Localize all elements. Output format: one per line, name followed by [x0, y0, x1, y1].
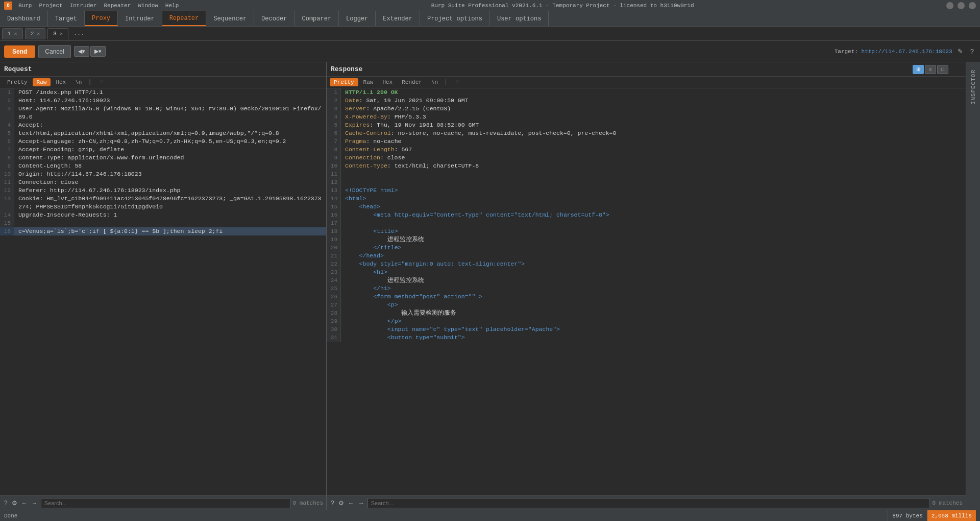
- menu-repeater[interactable]: Repeater: [104, 3, 131, 9]
- request-search-input[interactable]: [41, 498, 290, 508]
- line-content: <body style="margin:0 auto; text-align:c…: [341, 260, 966, 268]
- menu-help[interactable]: Help: [165, 3, 179, 9]
- nav-tab-target[interactable]: Target: [48, 11, 85, 26]
- line-number: 14: [327, 195, 341, 203]
- nav-tab-comparer[interactable]: Comparer: [295, 11, 339, 26]
- minimize-button[interactable]: [946, 2, 953, 9]
- help-button[interactable]: ?: [968, 46, 976, 56]
- subtab-1[interactable]: 1 ✕: [2, 28, 23, 39]
- menu-burp[interactable]: Burp: [18, 3, 32, 9]
- nav-tab-dashboard[interactable]: Dashboard: [0, 11, 48, 26]
- inspector-panel: INSPECTOR: [966, 62, 980, 510]
- line-number: 18: [327, 227, 341, 235]
- close-button[interactable]: [969, 2, 976, 9]
- request-fmt-pretty[interactable]: Pretty: [3, 78, 32, 86]
- line-number: 8: [0, 154, 14, 162]
- request-fmt-raw[interactable]: Raw: [33, 78, 51, 86]
- nav-back-button[interactable]: ◀▾: [74, 46, 89, 57]
- table-row: 12Referer: http://114.67.246.176:18023/i…: [0, 186, 326, 195]
- line-content: Referer: http://114.67.246.176:18023/ind…: [14, 186, 326, 195]
- response-fmt-render[interactable]: Render: [398, 78, 426, 86]
- nav-tab-proxy[interactable]: Proxy: [85, 11, 118, 26]
- line-content: <meta http-equiv="Content-Type" content=…: [341, 211, 966, 219]
- nav-tab-logger[interactable]: Logger: [339, 11, 376, 26]
- close-tab-3-icon[interactable]: ✕: [60, 31, 63, 37]
- edit-target-button[interactable]: ✎: [955, 46, 965, 56]
- line-content: [341, 178, 966, 186]
- nav-tab-user-options[interactable]: User options: [490, 11, 549, 26]
- line-content: Content-Length: 58: [14, 162, 326, 170]
- response-code-area[interactable]: 1HTTP/1.1 200 OK2Date: Sat, 19 Jun 2021 …: [327, 88, 966, 495]
- request-search-back-icon[interactable]: ←: [20, 499, 29, 508]
- line-content: 进程监控系统: [341, 276, 966, 285]
- response-search-input[interactable]: [368, 498, 930, 508]
- response-fmt-newline[interactable]: \n: [427, 78, 442, 86]
- send-button[interactable]: Send: [4, 45, 35, 58]
- table-row: 6Accept-Language: zh-CN,zh;q=0.8,zh-TW;q…: [0, 137, 326, 146]
- line-content: 进程监控系统: [341, 235, 966, 244]
- line-content: Accept-Encoding: gzip, deflate: [14, 146, 326, 154]
- request-search-help-icon[interactable]: ?: [3, 499, 9, 508]
- request-search-settings-icon[interactable]: ⚙: [11, 499, 18, 508]
- response-fmt-raw[interactable]: Raw: [359, 78, 378, 86]
- nav-forward-button[interactable]: ▶▾: [90, 46, 106, 57]
- table-row: 14<html>: [327, 195, 966, 203]
- nav-tab-repeater[interactable]: Repeater: [162, 11, 207, 26]
- request-fmt-newline[interactable]: \n: [71, 78, 86, 86]
- request-search-bar: ? ⚙ ← → 0 matches: [0, 495, 326, 510]
- request-search-forward-icon[interactable]: →: [31, 499, 39, 508]
- toolbar: Send Cancel ◀▾ ▶▾ Target: http://114.67.…: [0, 41, 980, 62]
- cancel-button[interactable]: Cancel: [38, 45, 70, 58]
- request-fmt-hex[interactable]: Hex: [52, 78, 70, 86]
- response-search-help-icon[interactable]: ?: [330, 499, 335, 508]
- more-tabs-button[interactable]: ...: [70, 30, 88, 37]
- request-search-matches: 0 matches: [292, 500, 323, 506]
- line-number: 28: [327, 309, 341, 317]
- close-tab-2-icon[interactable]: ✕: [37, 31, 40, 37]
- response-fmt-menu[interactable]: ≡: [452, 78, 463, 86]
- nav-tab-intruder[interactable]: Intruder: [118, 11, 162, 26]
- nav-tab-project-options[interactable]: Project options: [420, 11, 490, 26]
- menu-intruder[interactable]: Intruder: [70, 3, 97, 9]
- line-number: 2: [327, 97, 341, 105]
- menu-window[interactable]: Window: [138, 3, 158, 9]
- response-title: Response: [327, 62, 366, 76]
- table-row: 7Pragma: no-cache: [327, 137, 966, 146]
- nav-tab-extender[interactable]: Extender: [376, 11, 420, 26]
- nav-tab-decoder[interactable]: Decoder: [254, 11, 295, 26]
- view-list-btn[interactable]: ≡: [925, 65, 936, 74]
- table-row: 3User-Agent: Mozilla/5.0 (Windows NT 10.…: [0, 105, 326, 121]
- line-content: Cache-Control: no-store, no-cache, must-…: [341, 129, 966, 137]
- table-row: 4X-Powered-By: PHP/5.3.3: [327, 113, 966, 121]
- nav-tab-sequencer[interactable]: Sequencer: [206, 11, 254, 26]
- maximize-button[interactable]: [958, 2, 965, 9]
- line-number: 23: [327, 268, 341, 276]
- line-number: 4: [0, 121, 14, 129]
- menu-project[interactable]: Project: [39, 3, 62, 9]
- view-split-btn[interactable]: ⊞: [913, 65, 924, 74]
- line-number: 26: [327, 293, 341, 301]
- line-number: 13: [327, 186, 341, 195]
- line-number: 7: [327, 137, 341, 146]
- view-single-btn[interactable]: □: [937, 65, 948, 74]
- request-fmt-menu[interactable]: ≡: [96, 78, 108, 86]
- table-row: 21 </head>: [327, 252, 966, 260]
- response-search-forward-icon[interactable]: →: [357, 499, 365, 508]
- subtab-2[interactable]: 2 ✕: [25, 28, 46, 39]
- response-fmt-pretty[interactable]: Pretty: [330, 78, 358, 86]
- window-controls: [946, 2, 976, 9]
- close-tab-1-icon[interactable]: ✕: [14, 31, 17, 37]
- line-number: 20: [327, 244, 341, 252]
- table-row: 28 输入需要检测的服务: [327, 309, 966, 317]
- line-content: Connection: close: [341, 154, 966, 162]
- table-row: 5text/html,application/xhtml+xml,applica…: [0, 129, 326, 137]
- table-row: 4Accept:: [0, 121, 326, 129]
- request-code-area[interactable]: 1POST /index.php HTTP/1.12Host: 114.67.2…: [0, 88, 326, 495]
- table-row: 8Content-Type: application/x-www-form-ur…: [0, 154, 326, 162]
- response-search-back-icon[interactable]: ←: [347, 499, 355, 508]
- subtab-3[interactable]: 3 ✕: [47, 28, 68, 39]
- line-content: User-Agent: Mozilla/5.0 (Windows NT 10.0…: [14, 105, 326, 121]
- response-fmt-hex[interactable]: Hex: [378, 78, 397, 86]
- line-number: 1: [0, 88, 14, 97]
- response-search-settings-icon[interactable]: ⚙: [337, 499, 345, 508]
